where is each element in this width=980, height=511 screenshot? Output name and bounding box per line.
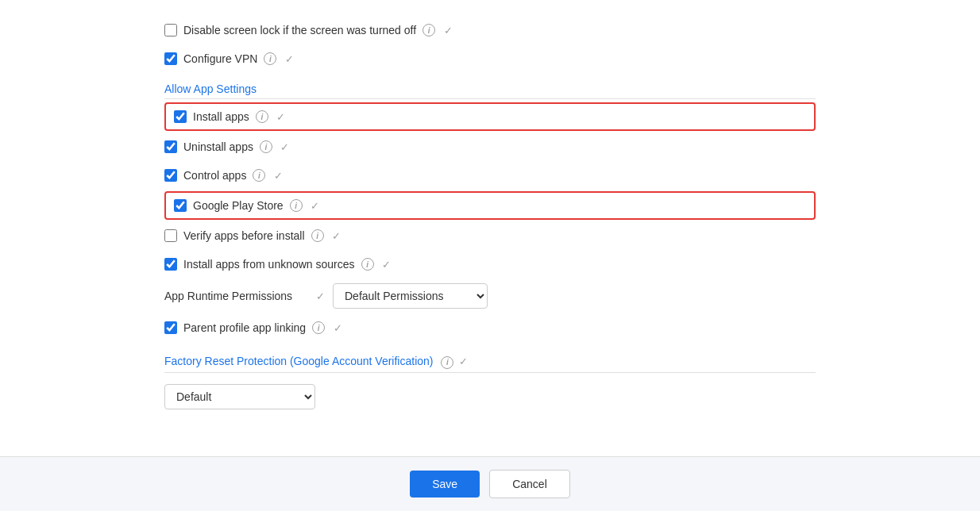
checkbox-configure-vpn[interactable]: [164, 52, 177, 65]
setting-row-google-play-store: Google Play Store i ✓: [164, 191, 816, 220]
check-icon-google-play-store: ✓: [309, 199, 322, 212]
label-uninstall-apps: Uninstall apps: [183, 140, 253, 153]
info-icon-configure-vpn[interactable]: i: [264, 52, 276, 65]
label-disable-screen-lock: Disable screen lock if the screen was tu…: [183, 24, 416, 36]
check-icon-parent-profile: ✓: [331, 321, 344, 334]
checkbox-disable-screen-lock[interactable]: [164, 24, 177, 36]
settings-container: Disable screen lock if the screen was tu…: [133, 16, 847, 414]
checkbox-control-apps[interactable]: [164, 169, 177, 182]
check-icon-disable-screen-lock: ✓: [442, 24, 454, 36]
section-header-frp: Factory Reset Protection (Google Account…: [164, 342, 816, 373]
select-app-runtime[interactable]: Default Permissions Grant All Permission…: [333, 283, 488, 309]
label-install-apps: Install apps: [193, 110, 249, 123]
checkbox-install-unknown[interactable]: [164, 258, 177, 271]
main-content: Disable screen lock if the screen was tu…: [0, 0, 980, 511]
label-app-runtime: App Runtime Permissions: [164, 290, 307, 302]
setting-row-install-unknown: Install apps from unknown sources i ✓: [164, 250, 816, 279]
check-icon-control-apps: ✓: [272, 169, 284, 182]
cancel-button[interactable]: Cancel: [489, 470, 570, 498]
info-icon-frp[interactable]: i: [441, 356, 453, 369]
frp-select-row: Default Disabled Enabled: [164, 379, 816, 414]
check-icon-uninstall-apps: ✓: [279, 140, 291, 153]
section-header-allow-app-settings: Allow App Settings: [164, 73, 816, 99]
info-icon-control-apps[interactable]: i: [253, 169, 265, 182]
checkbox-install-apps[interactable]: [174, 110, 187, 123]
label-parent-profile: Parent profile app linking: [183, 321, 306, 334]
checkbox-uninstall-apps[interactable]: [164, 140, 177, 153]
checkbox-parent-profile[interactable]: [164, 321, 177, 334]
select-frp[interactable]: Default Disabled Enabled: [164, 384, 315, 409]
label-install-unknown: Install apps from unknown sources: [183, 258, 355, 271]
info-icon-parent-profile[interactable]: i: [312, 321, 325, 334]
info-icon-install-unknown[interactable]: i: [361, 258, 374, 271]
page-wrapper: Disable screen lock if the screen was tu…: [0, 0, 980, 511]
checkbox-google-play-store[interactable]: [174, 199, 187, 212]
setting-row-uninstall-apps: Uninstall apps i ✓: [164, 133, 816, 161]
save-button[interactable]: Save: [410, 471, 480, 498]
info-icon-google-play-store[interactable]: i: [290, 199, 303, 212]
check-icon-app-runtime: ✓: [314, 290, 326, 302]
check-icon-frp: ✓: [457, 355, 469, 368]
setting-row-verify-apps: Verify apps before install i ✓: [164, 221, 816, 250]
setting-row-parent-profile: Parent profile app linking i ✓: [164, 313, 816, 342]
label-control-apps: Control apps: [183, 169, 246, 182]
footer-bar: Save Cancel: [0, 456, 980, 511]
setting-row-control-apps: Control apps i ✓: [164, 161, 816, 190]
info-icon-install-apps[interactable]: i: [256, 110, 268, 123]
setting-row-disable-screen-lock: Disable screen lock if the screen was tu…: [164, 16, 816, 44]
setting-row-install-apps: Install apps i ✓: [164, 102, 816, 131]
app-runtime-row: App Runtime Permissions ✓ Default Permis…: [164, 279, 816, 313]
info-icon-disable-screen-lock[interactable]: i: [422, 24, 435, 36]
check-icon-configure-vpn: ✓: [283, 52, 295, 65]
check-icon-install-unknown: ✓: [380, 258, 393, 271]
info-icon-uninstall-apps[interactable]: i: [260, 140, 272, 153]
setting-row-configure-vpn: Configure VPN i ✓: [164, 44, 816, 73]
info-icon-verify-apps[interactable]: i: [311, 229, 324, 242]
label-google-play-store: Google Play Store: [193, 199, 284, 212]
check-icon-verify-apps: ✓: [330, 229, 343, 242]
frp-header-text: Factory Reset Protection (Google Account…: [164, 355, 434, 367]
label-verify-apps: Verify apps before install: [183, 229, 305, 242]
label-configure-vpn: Configure VPN: [183, 52, 257, 65]
check-icon-install-apps: ✓: [275, 110, 287, 123]
checkbox-verify-apps[interactable]: [164, 229, 177, 242]
